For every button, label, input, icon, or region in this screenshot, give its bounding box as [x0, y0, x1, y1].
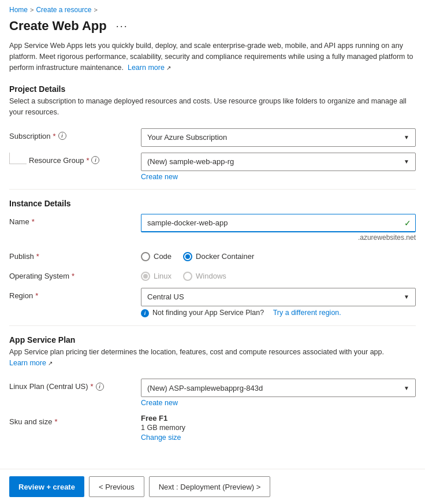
os-linux-option[interactable]: Linux [141, 272, 172, 281]
resource-group-dropdown-arrow: ▼ [404, 158, 409, 165]
publish-code-label: Code [154, 252, 172, 261]
next-button[interactable]: Next : Deployment (Preview) > [149, 476, 271, 497]
more-options-button[interactable]: ··· [113, 19, 132, 34]
os-windows-option[interactable]: Windows [183, 272, 226, 281]
name-row: Name * ✓ .azurewebsites.net [0, 210, 425, 245]
region-different-link[interactable]: Try a different region. [273, 309, 341, 317]
resource-group-required: * [86, 156, 89, 165]
sku-label: Sku and size * [9, 414, 136, 426]
publish-label: Publish * [9, 249, 136, 261]
subscription-dropdown-arrow: ▼ [404, 134, 409, 140]
os-options: Linux Windows [141, 268, 416, 281]
project-details-title: Project Details [0, 80, 425, 96]
os-windows-radio[interactable] [183, 272, 192, 281]
linux-plan-create-new[interactable]: Create new [141, 399, 416, 407]
name-valid-icon: ✓ [404, 218, 411, 228]
breadcrumb-separator1: > [30, 6, 33, 13]
os-linux-radio[interactable] [141, 272, 150, 281]
section-divider-2 [9, 325, 416, 326]
page-description: App Service Web Apps lets you quickly bu… [0, 40, 425, 80]
linux-plan-dropdown[interactable]: (New) ASP-samplewebapprg-843d ▼ [141, 379, 416, 397]
linux-plan-dropdown-arrow: ▼ [404, 385, 409, 391]
previous-button[interactable]: < Previous [89, 476, 144, 497]
section-divider-1 [9, 189, 416, 190]
name-input[interactable] [141, 214, 416, 232]
sku-required: * [54, 417, 57, 426]
region-dropdown[interactable]: Central US ▼ [141, 288, 416, 306]
publish-code-radio[interactable] [141, 252, 150, 261]
publish-docker-radio[interactable] [183, 252, 192, 261]
app-service-plan-title: App Service Plan [0, 331, 425, 347]
subscription-required: * [53, 132, 56, 140]
resource-group-dropdown[interactable]: (New) sample-web-app-rg ▼ [141, 153, 416, 171]
os-required: * [72, 272, 74, 280]
linux-plan-required: * [91, 382, 94, 391]
subscription-dropdown[interactable]: Your Azure Subscription ▼ [141, 128, 416, 147]
name-label: Name * [9, 214, 136, 226]
region-row: Region * Central US ▼ i Not finding your… [0, 284, 425, 321]
os-linux-label: Linux [154, 272, 172, 280]
page-title: Create Web App [9, 18, 107, 34]
os-windows-label: Windows [196, 272, 226, 280]
app-service-plan-desc: App Service plan pricing tier determines… [0, 347, 425, 376]
sku-tier: Free F1 [141, 414, 416, 423]
app-service-plan-learn-more[interactable]: Learn more [9, 359, 46, 367]
breadcrumb-create-resource[interactable]: Create a resource [36, 6, 91, 14]
resource-group-label: Resource Group * i [29, 156, 156, 165]
name-required: * [32, 217, 35, 226]
region-info-banner: i Not finding your App Service Plan? Try… [141, 309, 416, 317]
publish-required: * [36, 252, 39, 261]
sku-row: Sku and size * Free F1 1 GB memory Chang… [0, 410, 425, 445]
region-info-icon: i [141, 309, 149, 317]
breadcrumb: Home > Create a resource > [0, 0, 425, 16]
footer: Review + create < Previous Next : Deploy… [0, 469, 425, 504]
linux-plan-label: Linux Plan (Central US) * i [9, 379, 136, 391]
subscription-label: Subscription * i [9, 128, 136, 140]
publish-docker-option[interactable]: Docker Container [183, 252, 254, 261]
resource-group-info-icon[interactable]: i [91, 156, 99, 164]
os-label: Operating System * [9, 268, 136, 280]
linux-plan-row: Linux Plan (Central US) * i (New) ASP-sa… [0, 375, 425, 410]
resource-group-create-new[interactable]: Create new [141, 173, 416, 181]
region-label: Region * [9, 288, 136, 300]
sku-change-size[interactable]: Change size [141, 433, 416, 442]
linux-plan-info-icon[interactable]: i [96, 383, 104, 391]
publish-docker-label: Docker Container [196, 252, 254, 261]
os-row: Operating System * Linux Windows [0, 265, 425, 284]
region-dropdown-arrow: ▼ [404, 294, 409, 300]
subscription-info-icon[interactable]: i [58, 132, 66, 140]
project-details-desc: Select a subscription to manage deployed… [0, 96, 425, 125]
publish-options: Code Docker Container [141, 249, 416, 261]
breadcrumb-home[interactable]: Home [9, 6, 28, 14]
domain-suffix: .azurewebsites.net [141, 234, 416, 242]
review-create-button[interactable]: Review + create [9, 476, 84, 497]
learn-more-link[interactable]: Learn more [128, 64, 165, 72]
publish-code-option[interactable]: Code [141, 252, 172, 261]
subscription-row: Subscription * i Your Azure Subscription… [0, 125, 425, 150]
publish-row: Publish * Code Docker Container [0, 245, 425, 265]
instance-details-title: Instance Details [0, 194, 425, 210]
region-required: * [35, 291, 38, 300]
breadcrumb-separator2: > [94, 6, 98, 13]
sku-detail: 1 GB memory [141, 424, 416, 432]
